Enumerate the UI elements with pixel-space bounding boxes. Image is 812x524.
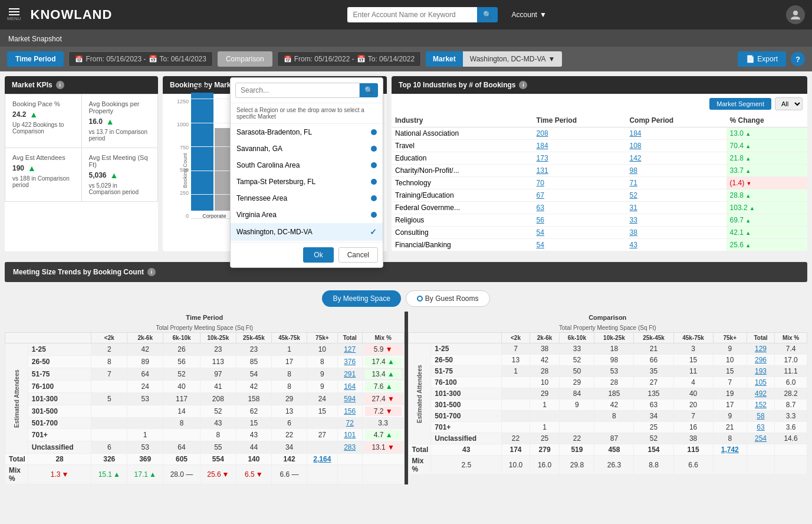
industry-info-icon[interactable]: i — [519, 81, 527, 89]
tab-by-guest-rooms[interactable]: By Guest Rooms — [406, 290, 490, 307]
data-cell: 27 — [634, 377, 673, 388]
row-total-link[interactable]: 127 — [344, 345, 356, 353]
data-cell: 1 — [530, 399, 560, 411]
total-value — [362, 454, 404, 465]
table-row: Unclassified222522875238825414.6 — [408, 433, 807, 444]
search-input[interactable] — [347, 7, 477, 22]
time-period-link[interactable]: 70 — [537, 179, 544, 187]
market-dropdown[interactable]: Washington, DC-MD-VA ▼ — [463, 51, 563, 67]
search-button[interactable]: 🔍 — [477, 7, 498, 22]
dropdown-search-button[interactable]: 🔍 — [360, 83, 378, 97]
account-menu[interactable]: Account ▼ — [507, 8, 551, 21]
kpi-info-icon[interactable]: i — [56, 81, 64, 89]
menu-button[interactable]: MENU — [7, 8, 21, 21]
dropdown-cancel-button[interactable]: Cancel — [338, 247, 378, 263]
comp-period-link[interactable]: 108 — [629, 142, 641, 150]
time-period-link[interactable]: 56 — [537, 216, 544, 224]
row-total-link[interactable]: 254 — [755, 434, 767, 443]
total-mix — [747, 444, 774, 456]
row-total-link[interactable]: 63 — [757, 423, 764, 431]
row-total-link[interactable]: 283 — [344, 443, 356, 451]
row-label: 76-100 — [28, 381, 91, 393]
total-link[interactable]: 2,164 — [313, 455, 331, 463]
data-cell: 29 — [560, 377, 594, 388]
row-total-link[interactable]: 492 — [755, 389, 767, 398]
total-link[interactable]: 1,742 — [721, 446, 739, 454]
comp-period-link[interactable]: 98 — [629, 166, 637, 175]
market-segment-button[interactable]: Market Segment — [709, 98, 771, 110]
export-button[interactable]: 📄 Export — [738, 51, 786, 67]
comp-period-link[interactable]: 184 — [629, 129, 641, 137]
row-total-link[interactable]: 58 — [757, 412, 764, 420]
data-cell: 6 — [91, 441, 127, 454]
row-total-link[interactable]: 164 — [344, 382, 356, 391]
meeting-info-icon[interactable]: i — [147, 268, 156, 276]
row-total-link[interactable]: 193 — [755, 367, 767, 375]
tab-by-meeting-space[interactable]: By Meeting Space — [322, 290, 400, 307]
time-period-link[interactable]: 54 — [537, 241, 544, 249]
data-cell: 8 — [713, 433, 747, 444]
comp-period-link[interactable]: 38 — [629, 228, 637, 237]
data-cell — [502, 399, 530, 411]
mix-pct-cell: 7.2 ▼ — [362, 405, 404, 418]
time-period-link[interactable]: 173 — [537, 154, 548, 162]
dropdown-item-sc[interactable]: South Carolina Area — [231, 157, 383, 173]
table-row: 76-10010292827471056.0 — [408, 377, 807, 388]
dropdown-search-input[interactable] — [235, 83, 360, 98]
help-button[interactable]: ? — [791, 52, 805, 66]
comp-period-link[interactable]: 52 — [629, 191, 637, 199]
market-dropdown-panel: 🔍 Select a Region or use the drop arrow … — [230, 77, 383, 268]
time-period-link[interactable]: 67 — [537, 191, 544, 199]
mix-pct-cell: 13.4 ▲ — [362, 368, 404, 381]
total-link-cell: 127 — [337, 343, 362, 356]
down-arrow-icon: ▼ — [386, 407, 393, 415]
comp-period-link[interactable]: 142 — [629, 154, 641, 162]
dropdown-item-savannah[interactable]: Savannah, GA — [231, 140, 383, 157]
time-from-date: 📅 From: 05/16/2023 - 📅 To: 06/14/2023 — [68, 51, 212, 67]
row-total-link[interactable]: 156 — [344, 407, 356, 415]
comp-period-link[interactable]: 71 — [629, 179, 637, 187]
dropdown-item-virginia[interactable]: Virginia Area — [231, 207, 383, 223]
market-button[interactable]: Market — [426, 51, 463, 67]
row-total-link[interactable]: 101 — [344, 431, 356, 439]
col-industry: Industry — [392, 114, 533, 127]
time-period-link[interactable]: 54 — [537, 228, 544, 237]
row-total-link[interactable]: 376 — [344, 358, 356, 366]
row-total-link[interactable]: 594 — [344, 395, 356, 403]
data-cell: 4 — [673, 377, 713, 388]
mix-neg: 6.5 ▼ — [239, 470, 269, 479]
data-cell: 9 — [307, 381, 337, 393]
row-label: Total — [5, 454, 28, 465]
comp-period-link[interactable]: 31 — [629, 204, 637, 212]
user-avatar[interactable] — [786, 5, 805, 24]
comparison-button[interactable]: Comparison — [218, 51, 272, 67]
dropdown-item-tampa[interactable]: Tampa-St Petersburg, FL — [231, 173, 383, 190]
data-cell — [502, 411, 530, 422]
row-total-link[interactable]: 72 — [346, 419, 354, 427]
data-cell: 15 — [236, 418, 271, 429]
market-segment-select[interactable]: All — [775, 97, 803, 110]
row-total-link[interactable]: 129 — [755, 345, 767, 353]
time-period-button[interactable]: Time Period — [7, 51, 64, 67]
time-period-link[interactable]: 184 — [537, 142, 548, 150]
total-link-cell: 376 — [337, 356, 362, 368]
dropdown-ok-button[interactable]: Ok — [303, 247, 333, 263]
row-total-link[interactable]: 105 — [755, 378, 767, 387]
time-period-link[interactable]: 63 — [537, 204, 544, 212]
data-cell — [560, 422, 594, 433]
comp-period-link[interactable]: 43 — [629, 241, 637, 249]
table-row: 501-70083479583.3 — [408, 411, 807, 422]
row-label: 301-500 — [28, 405, 91, 418]
data-cell: 29 — [271, 393, 307, 405]
time-period-link[interactable]: 208 — [537, 129, 548, 137]
row-total-link[interactable]: 152 — [755, 401, 767, 409]
dropdown-item-sarasota[interactable]: Sarasota-Bradenton, FL — [231, 124, 383, 140]
row-total-link[interactable]: 296 — [755, 356, 767, 364]
dropdown-item-tennessee[interactable]: Tennessee Area — [231, 190, 383, 207]
data-cell: 10 — [713, 355, 747, 366]
row-total-link[interactable]: 291 — [344, 370, 356, 378]
time-period-link[interactable]: 131 — [537, 166, 548, 175]
row-label: 1-25 — [28, 343, 91, 356]
dropdown-item-washington[interactable]: Washington, DC-MD-VA ✓ — [231, 223, 383, 241]
comp-period-link[interactable]: 33 — [629, 216, 637, 224]
